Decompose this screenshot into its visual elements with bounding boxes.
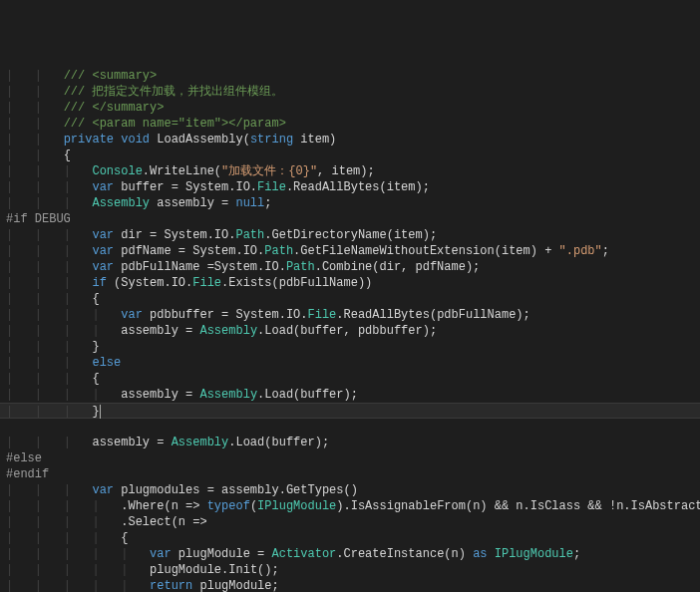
code-line[interactable]: | | | } — [0, 403, 700, 419]
code-line[interactable]: | | | assembly = Assembly.Load(buffer); — [0, 435, 700, 450]
code-line[interactable]: #if DEBUG — [0, 211, 700, 227]
code-line[interactable]: | | | Assembly assembly = null; — [0, 195, 700, 211]
code-line[interactable]: | | private void LoadAssembly(string ite… — [0, 132, 700, 148]
code-line[interactable]: | | | var dir = System.IO.Path.GetDirect… — [0, 227, 700, 243]
code-line[interactable]: | | | | assembly = Assembly.Load(buffer)… — [0, 387, 700, 403]
code-line[interactable]: | | | | assembly = Assembly.Load(buffer,… — [0, 323, 700, 339]
code-line[interactable]: | | /// <param name="item"></param> — [0, 116, 700, 132]
code-line[interactable]: | | | | | return plugModule; — [0, 578, 700, 592]
code-line[interactable]: | | | } — [0, 339, 700, 355]
code-line[interactable]: | | /// 把指定文件加载，并找出组件模组。 — [0, 84, 700, 100]
code-line[interactable]: | | | var pdfName = System.IO.Path.GetFi… — [0, 243, 700, 259]
code-line[interactable]: | | | | .Where(n => typeof(IPlugModule).… — [0, 498, 700, 514]
code-line[interactable]: | | | var buffer = System.IO.File.ReadAl… — [0, 179, 700, 195]
code-line[interactable]: | | | if (System.IO.File.Exists(pdbFullN… — [0, 275, 700, 291]
code-line[interactable]: | | | var pdbFullName =System.IO.Path.Co… — [0, 259, 700, 275]
code-line[interactable]: | | | var plugmodules = assembly.GetType… — [0, 482, 700, 498]
code-line[interactable]: | | | | | var plugModule = Activator.Cre… — [0, 546, 700, 562]
code-line[interactable]: | | /// </summary> — [0, 100, 700, 116]
code-line[interactable]: | | | { — [0, 371, 700, 387]
code-line[interactable]: #else — [0, 450, 700, 466]
code-line[interactable]: | | | | { — [0, 530, 700, 546]
code-line[interactable]: | | /// <summary> — [0, 68, 700, 84]
code-editor[interactable]: | | /// <summary>| | /// 把指定文件加载，并找出组件模组… — [0, 64, 700, 592]
code-line[interactable]: #endif — [0, 466, 700, 482]
code-line[interactable]: | | | Console.WriteLine("加载文件：{0}", item… — [0, 163, 700, 179]
code-line[interactable]: | | { — [0, 148, 700, 163]
code-line[interactable]: | | | | var pdbbuffer = System.IO.File.R… — [0, 307, 700, 323]
code-line[interactable] — [0, 419, 700, 435]
code-line[interactable]: | | | | | plugModule.Init(); — [0, 562, 700, 578]
code-line[interactable]: | | | | .Select(n => — [0, 514, 700, 530]
code-line[interactable]: | | | else — [0, 355, 700, 371]
text-cursor — [100, 405, 101, 419]
code-line[interactable]: | | | { — [0, 291, 700, 307]
